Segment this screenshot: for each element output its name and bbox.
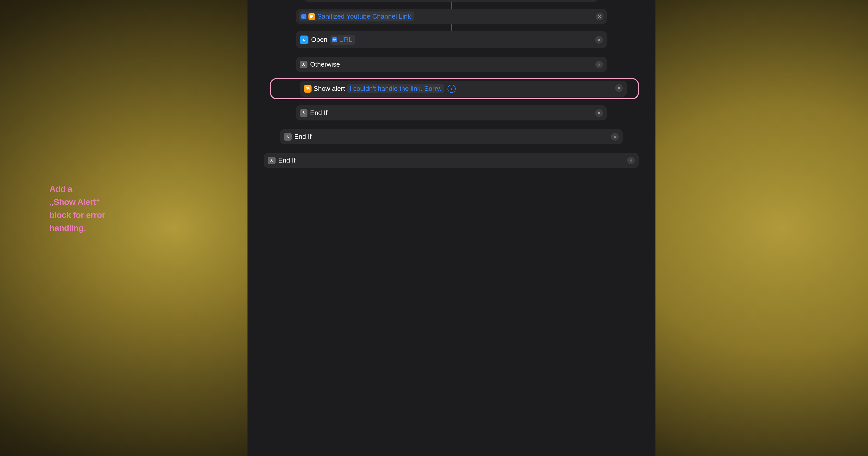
disclosure-icon[interactable] (447, 85, 456, 93)
action-label: End If (294, 133, 312, 141)
action-label: Open (311, 36, 327, 43)
action-label: Show alert (314, 85, 345, 93)
branch-icon (300, 61, 307, 68)
delete-block-button[interactable] (595, 109, 603, 117)
action-label: End If (278, 156, 296, 164)
action-label: Otherwise (310, 60, 340, 68)
svg-rect-4 (310, 16, 313, 17)
show-alert-block[interactable]: Show alert I couldn't handle the link. S… (300, 81, 627, 97)
alert-icon (304, 85, 312, 93)
branch-icon (268, 157, 276, 164)
shortcuts-editor: Frontend URL c/ in URLs (247, 0, 655, 456)
annotation-text: Add a „Show Alert“ block for error handl… (50, 182, 105, 235)
delete-block-button[interactable] (627, 157, 635, 164)
variable-label: Sanitized Youtube Channel Link (317, 12, 411, 21)
end-if-block[interactable]: End If (280, 129, 623, 144)
text-icon (308, 13, 315, 20)
delete-block-button[interactable] (611, 133, 619, 141)
tutorial-slide: Add a „Show Alert“ block for error handl… (0, 0, 868, 456)
delete-block-button[interactable] (615, 84, 623, 92)
annotation-line: „Show Alert“ (50, 195, 105, 209)
svg-rect-8 (307, 89, 308, 90)
flow-connector (451, 24, 452, 31)
delete-block-button[interactable] (595, 36, 603, 43)
branch-icon (300, 109, 307, 117)
open-url-block[interactable]: Open URL (296, 31, 607, 48)
annotation-line: block for error (50, 209, 105, 221)
link-icon (332, 37, 337, 42)
variable-label: URL (339, 36, 352, 43)
svg-rect-7 (307, 88, 309, 89)
variable-block-sanitized-link[interactable]: Sanitized Youtube Channel Link (296, 9, 607, 24)
flow-connector (451, 2, 452, 9)
safari-icon (300, 35, 308, 44)
end-if-block[interactable]: End If (264, 153, 639, 168)
branch-icon (284, 133, 291, 141)
action-label: End If (310, 109, 327, 117)
svg-rect-5 (310, 17, 312, 18)
replace-text-block[interactable]: Frontend URL c/ in URLs (304, 0, 599, 2)
alert-message[interactable]: I couldn't handle the link. Sorry. (347, 84, 444, 93)
svg-rect-6 (306, 88, 309, 90)
end-if-block[interactable]: End If (296, 105, 607, 120)
delete-block-button[interactable] (596, 13, 603, 21)
link-icon (301, 14, 306, 19)
annotation-line: Add a (50, 182, 105, 195)
annotation-line: handling. (50, 221, 105, 235)
svg-rect-3 (310, 15, 313, 16)
otherwise-block[interactable]: Otherwise (296, 57, 607, 72)
delete-block-button[interactable] (595, 61, 603, 68)
